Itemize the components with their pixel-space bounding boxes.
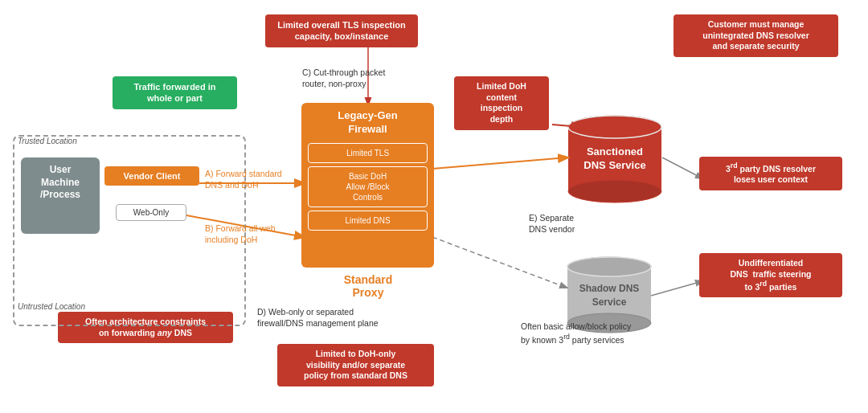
customer-dns-box: Customer must manageunintegrated DNS res…: [674, 14, 838, 57]
svg-rect-7: [567, 267, 651, 323]
undiff-dns-box: UndifferentiatedDNS traffic steeringto 3…: [699, 253, 842, 297]
web-only-btn: Web-Only: [116, 204, 186, 221]
annotation-d: D) Web-only or separatedfirewall/DNS man…: [257, 307, 379, 329]
firewall-box: Legacy-GenFirewall Limited TLS Basic DoH…: [301, 103, 434, 268]
basic-allow-note: Often basic allow/block policyby known 3…: [521, 321, 631, 346]
user-machine-box: UserMachine/Process: [21, 157, 100, 234]
svg-point-2: [568, 180, 661, 202]
svg-line-14: [432, 157, 567, 169]
traffic-forwarded-box: Traffic forwarded inwhole or part: [113, 76, 237, 109]
untrusted-location-label: Untrusted Location: [18, 302, 85, 311]
svg-point-9: [567, 257, 651, 276]
svg-rect-1: [568, 127, 661, 191]
basic-doh-label: Basic DoHAllow /BlockControls: [308, 166, 428, 207]
third-party-dns-box: 3rd party DNS resolverloses user context: [699, 157, 842, 190]
svg-point-3: [568, 116, 661, 138]
tls-capacity-box: Limited overall TLS inspection capacity,…: [265, 14, 418, 47]
svg-text:DNS Service: DNS Service: [583, 159, 645, 171]
svg-line-15: [432, 237, 567, 288]
svg-text:Service: Service: [592, 296, 627, 308]
svg-text:Shadow DNS: Shadow DNS: [579, 283, 640, 294]
svg-point-6: [567, 257, 651, 276]
svg-text:Sanctioned: Sanctioned: [587, 145, 643, 157]
main-diagram: Sanctioned DNS Service Shadow DNS Servic…: [0, 0, 868, 413]
svg-line-16: [552, 125, 581, 127]
doh-visibility-box: Limited to DoH-onlyvisibility and/or sep…: [277, 344, 434, 386]
annotation-b: B) Forward all webincluding DoH: [205, 223, 276, 245]
vendor-client-btn: Vendor Client: [104, 166, 199, 186]
annotation-e: E) SeparateDNS vendor: [529, 213, 575, 235]
annotation-a: A) Forward standardDNS and DoH: [205, 169, 282, 190]
svg-point-0: [568, 116, 661, 138]
limited-tls-label: Limited TLS: [308, 143, 428, 163]
standard-proxy-label: StandardProxy: [304, 273, 432, 299]
firewall-title: Legacy-GenFirewall: [301, 103, 434, 140]
doh-depth-box: Limited DoHcontentinspectiondepth: [454, 76, 549, 130]
annotation-c: C) Cut-through packetrouter, non-proxy: [302, 67, 385, 89]
trusted-location-label: Trusted Location: [18, 137, 77, 145]
limited-dns-label: Limited DNS: [308, 211, 428, 231]
svg-line-17: [662, 157, 702, 178]
svg-line-18: [651, 281, 702, 296]
